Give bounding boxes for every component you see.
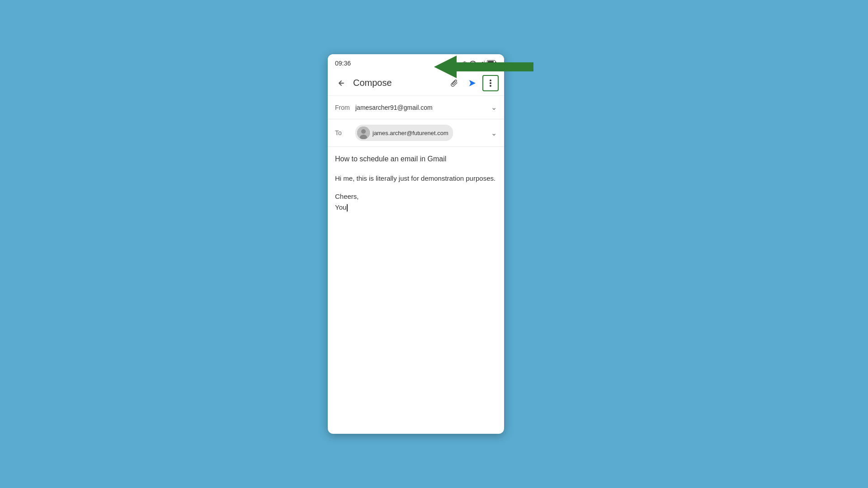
signal-bars-icon — [478, 61, 485, 66]
wifi-icon — [469, 60, 476, 66]
send-button[interactable] — [464, 75, 481, 91]
cheers-line: Cheers, — [335, 192, 359, 200]
svg-marker-3 — [469, 80, 476, 86]
body-paragraph-1: Hi me, this is literally just for demons… — [335, 173, 497, 184]
email-subject: How to schedule an email in Gmail — [335, 154, 497, 164]
from-chevron-icon[interactable]: ⌄ — [491, 103, 497, 112]
status-icons: 👁 — [462, 59, 497, 67]
status-time: 09:36 — [335, 60, 351, 67]
from-value: jamesarcher91@gmail.com — [355, 104, 491, 111]
to-label: To — [335, 129, 355, 136]
attachment-button[interactable] — [446, 75, 462, 91]
eye-icon: 👁 — [462, 60, 467, 66]
body-signature: Cheers, You — [335, 191, 497, 213]
more-options-button[interactable] — [482, 75, 499, 91]
battery-icon — [487, 59, 497, 67]
avatar — [357, 127, 370, 139]
text-cursor — [347, 204, 348, 211]
recipient-email: james.archer@futurenet.com — [373, 130, 448, 136]
to-chevron-icon[interactable]: ⌄ — [491, 129, 497, 137]
svg-point-5 — [361, 129, 366, 134]
recipient-chip[interactable]: james.archer@futurenet.com — [355, 125, 453, 141]
to-field: To james.archer@futurenet.com ⌄ — [328, 119, 504, 147]
svg-rect-1 — [488, 61, 494, 65]
compose-toolbar: Compose — [328, 70, 504, 96]
back-button[interactable] — [333, 75, 349, 91]
you-line: You — [335, 203, 346, 211]
status-bar: 09:36 👁 — [328, 54, 504, 70]
email-body: Hi me, this is literally just for demons… — [335, 173, 497, 213]
toolbar-title: Compose — [353, 78, 446, 88]
phone-screen: 09:36 👁 — [328, 54, 504, 434]
from-field: From jamesarcher91@gmail.com ⌄ — [328, 96, 504, 119]
toolbar-actions — [446, 75, 499, 91]
from-label: From — [335, 104, 355, 111]
svg-rect-2 — [495, 62, 496, 64]
email-content[interactable]: How to schedule an email in Gmail Hi me,… — [328, 147, 504, 434]
